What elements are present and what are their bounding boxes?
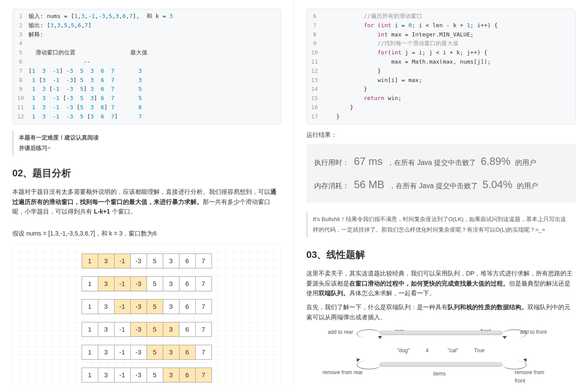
add-rear-label: add to rear [328,328,353,336]
code-line: 13 win[i] = max; [311,76,571,85]
run-result-label: 运行结果： [306,130,576,139]
code-line: 4 [17,39,276,48]
window-cell: 7 [195,322,212,337]
mem-value: 56 MB [354,179,384,190]
window-cell: 7 [195,368,212,382]
time-percent: 6.89% [480,155,510,167]
window-cell: 3 [98,254,115,268]
code-line: 8 int max = Integer.MIN_VALUE; [311,30,571,39]
window-cell: 3 [98,276,115,291]
quote-line2: 并课后练习~ [19,145,51,151]
code-line: 17 } [311,112,571,122]
deque-diagram: rear front "dog" 4 "cat" True items add … [327,328,555,385]
assume-para: 假设 nums = [1,3,-1,-3,5,3,6,7]，和 k = 3，窗口… [12,229,281,238]
window-cell: 3 [98,322,115,337]
window-cell: -3 [130,299,147,314]
window-cell: 1 [82,276,98,291]
window-cell: -3 [130,322,147,337]
window-cell: 7 [195,254,212,268]
window-cell: 5 [147,368,163,382]
window-cell: 3 [163,299,179,314]
code-line: 7[1 3 -1] -3 5 3 6 7 3 [17,67,276,76]
window-row: 13-1-35367 [12,299,281,314]
section-03-heading: 03、线性题解 [306,247,576,262]
arrowhead-icon [523,357,528,362]
code-line: 16 } [311,103,571,112]
window-cell: -3 [130,276,147,291]
window-row: 13-1-35367 [12,368,281,382]
mem-result-row: 内存消耗： 56 MB ，在所有 Java 提交中击败了 5.04% 的用户 [314,173,568,197]
window-cell: 5 [147,299,163,314]
window-cell: -1 [114,276,131,291]
rm-rear-label: remove from rear [323,368,363,377]
example-io-code: 1输入: nums = [1,3,-1,-3,5,3,6,7], 和 k = 3… [12,9,281,125]
items-label: items [433,370,446,378]
code-line: 9 1 3 [-1 -3 5] 3 6 7 5 [17,85,276,94]
window-cell: -3 [130,254,147,268]
window-cell: 5 [147,276,163,291]
deque-bar-bot [380,362,502,367]
arrowhead-icon [378,336,382,339]
sliding-window-grid: 13-1-3536713-1-3536713-1-3536713-1-35367… [12,244,281,386]
code-line: 10 1 3 -1 [-3 5 3] 6 7 5 [17,94,276,103]
code-line: 1输入: nums = [1,3,-1,-3,5,3,6,7], 和 k = 3 [17,12,276,21]
window-cell: 3 [98,368,115,382]
window-cell: 7 [195,299,212,314]
window-cell: -1 [114,254,131,268]
rm-front-label: remove from front [515,368,555,385]
window-row: 13-1-35367 [12,276,281,291]
result-box: 执行用时： 67 ms ，在所有 Java 提交中击败了 6.89% 的用户 内… [306,144,576,203]
window-row: 13-1-35367 [12,322,281,337]
arrowhead-icon [502,336,507,339]
window-cell: 3 [163,322,179,337]
window-cell: -3 [130,368,147,382]
arrowhead-icon [355,357,360,362]
brute-force-code: 6 //遍历所有的滑动窗口7 for (int i = 0; i < len -… [306,9,576,125]
time-value: 67 ms [354,155,382,167]
code-line: 3解释: [17,30,276,39]
window-cell: -1 [114,345,131,360]
window-row: 13-1-35367 [12,254,281,268]
code-line: 5 滑动窗口的位置 最大值 [17,48,276,57]
code-line: 6 -- [17,57,276,67]
window-cell: -3 [130,345,147,360]
code-line: 10 for(int j = i; j < i + k; j++) { [311,48,571,57]
analysis-para-1: 本题对于题目没有太多需要额外说明的，应该都能理解，直接进行分析。我们很容易想到，… [12,187,281,216]
code-line: 2输出: [3,3,5,5,6,7] [17,21,276,30]
window-cell: 7 [195,345,212,360]
window-cell: 1 [82,299,98,314]
window-cell: 3 [98,345,115,360]
code-line: 11 1 3 -1 -3 [5 3 6] 7 6 [17,103,276,112]
window-cell: -1 [114,322,131,337]
window-cell: -1 [114,368,131,382]
window-cell: 7 [195,276,212,291]
arrow-curve [357,329,381,338]
code-line: 7 for (int i = 0; i < len - k + 1; i++) … [311,21,571,30]
window-row: 13-1-35367 [12,345,281,360]
complaint-quote: It's Bullshit！结果令我们很不满意，时间复杂度达到了O(LK)，如果… [306,212,576,237]
code-line: 12 1 3 -1 -3 5 [3 6 7] 7 [17,112,276,122]
right-column: 6 //遍历所有的滑动窗口7 for (int i = 0; i < len -… [294,0,588,386]
window-cell: 3 [163,368,179,382]
time-result-row: 执行用时： 67 ms ，在所有 Java 提交中击败了 6.89% 的用户 [314,150,568,173]
code-line: 8 1 [3 -1 -3] 5 3 6 7 3 [17,76,276,85]
section-02-heading: 02、题目分析 [12,165,281,181]
code-line: 9 //找到每一个滑动窗口的最大值 [311,39,571,48]
window-cell: 3 [163,276,179,291]
window-cell: 6 [179,322,196,337]
window-cell: 1 [82,254,98,268]
code-line: 12 } [311,67,571,76]
window-cell: 6 [179,299,196,314]
window-cell: 6 [179,254,196,268]
window-cell: 3 [98,299,115,314]
code-line: 14 } [311,85,571,94]
window-cell: 1 [82,345,98,360]
code-line: 6 //遍历所有的滑动窗口 [311,12,571,21]
arrow-curve [357,361,381,369]
difficulty-quote: 本题有一定难度！建议认真阅读 并课后练习~ [12,131,281,156]
window-cell: -1 [114,299,131,314]
quote-line1: 本题有一定难度！建议认真阅读 [19,134,99,141]
deque-bar-top [380,331,502,335]
left-column: 1输入: nums = [1,3,-1,-3,5,3,6,7], 和 k = 3… [0,0,294,386]
deque-intro-para: 这里不卖关子，其实这道题比较经典，我们可以采用队列，DP，堆等方式进行求解，所有… [306,268,576,298]
